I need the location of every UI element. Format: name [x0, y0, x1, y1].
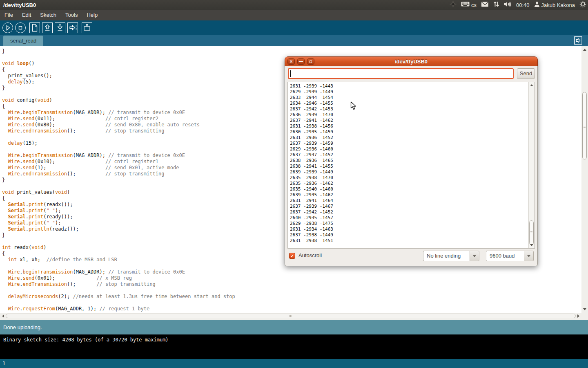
- serial-output[interactable]: 2631 -2939 -14432629 -2939 -14492633 -29…: [287, 82, 535, 249]
- scroll-up-arrow[interactable]: [583, 49, 586, 51]
- volume-icon[interactable]: [504, 1, 512, 9]
- code-line: }: [2, 48, 581, 54]
- baud-rate-value: 9600 baud: [486, 251, 524, 261]
- serial-line: 2637 -2939 -1467: [290, 204, 527, 209]
- code-line: Wire.endTransmission(); // stop transmit…: [2, 281, 581, 287]
- open-button[interactable]: [42, 22, 53, 33]
- scroll-down-arrow[interactable]: [583, 308, 586, 310]
- tab-menu-button[interactable]: [574, 36, 583, 45]
- serial-vscroll-thumb[interactable]: [529, 220, 534, 245]
- serial-monitor-title: /dev/ttyUSB0: [285, 57, 537, 67]
- session-gear-icon[interactable]: [579, 1, 586, 9]
- code-line: Wire.beginTransmission(MAG_ADDR); // tra…: [2, 269, 581, 275]
- serial-input[interactable]: [288, 68, 514, 79]
- code-line: Wire.send(0x01); // x MSB reg: [2, 275, 581, 281]
- top-panel: /dev/ttyUSB0 cs 00:40 Jakub Kakona: [0, 0, 588, 10]
- scroll-up-arrow[interactable]: [530, 84, 533, 86]
- serial-monitor-body: Send 2631 -2939 -14432629 -2939 -1449263…: [285, 66, 538, 266]
- network-arrows-icon[interactable]: [493, 1, 499, 9]
- dropdown-arrow-button[interactable]: [524, 251, 534, 261]
- menu-sketch[interactable]: Sketch: [36, 10, 61, 20]
- autoscroll-checkbox[interactable]: ✓: [289, 253, 295, 259]
- serial-line: 2631 -2934 -1463: [290, 227, 527, 232]
- text-caret: [290, 70, 291, 77]
- serial-line: 2639 -2939 -1449: [290, 169, 527, 175]
- desktop: /dev/ttyUSB0 cs 00:40 Jakub Kakona FileE…: [0, 0, 588, 368]
- serial-line: 2631 -2936 -1452: [290, 135, 527, 141]
- serial-monitor-titlebar[interactable]: ✕ ― /dev/ttyUSB0: [285, 56, 538, 66]
- code-line: delayMicroseconds(2); //needs at least 1…: [2, 294, 581, 300]
- save-button[interactable]: [55, 22, 65, 33]
- editor-hscroll-thumb[interactable]: [6, 314, 576, 318]
- user-name-label: Jakub Kakona: [541, 2, 575, 8]
- mail-icon[interactable]: [481, 1, 489, 9]
- menu-file[interactable]: File: [0, 10, 18, 20]
- verify-icon: [3, 23, 13, 33]
- serial-line: 2631 -2939 -1443: [290, 83, 527, 89]
- keyboard-layout-indicator[interactable]: cs: [461, 1, 477, 9]
- verify-button[interactable]: [2, 22, 13, 33]
- serial-line: 2634 -2946 -1455: [290, 101, 527, 106]
- serial-line: 2633 -2944 -1454: [290, 95, 527, 101]
- serial-monitor-icon: [82, 23, 92, 33]
- serial-line: 2629 -2938 -1475: [290, 221, 527, 227]
- serial-line: 2635 -2936 -1462: [290, 181, 527, 186]
- open-icon: [42, 23, 52, 33]
- send-button[interactable]: Send: [517, 68, 535, 79]
- serial-line: 2637 -2942 -1453: [290, 106, 527, 112]
- stop-icon: [16, 23, 25, 33]
- menu-help[interactable]: Help: [82, 10, 102, 20]
- line-ending-dropdown[interactable]: No line ending: [423, 251, 479, 261]
- scroll-down-arrow[interactable]: [530, 244, 533, 246]
- menu-edit[interactable]: Edit: [18, 10, 36, 20]
- serial-line: 2629 -2939 -1449: [290, 89, 527, 95]
- user-icon: [534, 1, 540, 9]
- chevron-down-icon: [527, 255, 530, 257]
- system-tray: cs 00:40 Jakub Kakona: [450, 0, 586, 10]
- menu-tools[interactable]: Tools: [61, 10, 82, 20]
- serial-monitor-button[interactable]: [82, 22, 92, 33]
- editor-horizontal-scrollbar[interactable]: [0, 313, 581, 320]
- baud-rate-dropdown[interactable]: 9600 baud: [486, 251, 534, 261]
- tabbar: serial_read: [0, 35, 588, 46]
- upload-button[interactable]: [67, 22, 78, 33]
- serial-line: 2637 -2941 -1462: [290, 118, 527, 123]
- code-line: [2, 300, 581, 306]
- upload-icon: [68, 23, 78, 33]
- serial-line: 2636 -2939 -1470: [290, 112, 527, 118]
- autoscroll-label: Autoscroll: [298, 252, 322, 258]
- stop-button[interactable]: [15, 22, 26, 33]
- serial-line: 2638 -2941 -1455: [290, 164, 527, 169]
- serial-monitor-window: ✕ ― /dev/ttyUSB0 Send 2631 -2939 -144326…: [285, 56, 538, 266]
- dropdown-arrow-button[interactable]: [470, 251, 479, 261]
- line-number-indicator: 1: [0, 359, 588, 368]
- line-ending-value: No line ending: [423, 251, 470, 261]
- serial-line: 2631 -2941 -1464: [290, 198, 527, 204]
- keyboard-layout-label: cs: [471, 2, 477, 8]
- editor-vscroll-thumb[interactable]: [582, 92, 587, 159]
- serial-vertical-scrollbar[interactable]: [528, 82, 535, 248]
- scroll-right-arrow[interactable]: [577, 314, 579, 318]
- tab-serial-read[interactable]: serial_read: [3, 36, 43, 46]
- editor-vertical-scrollbar[interactable]: [581, 46, 588, 313]
- new-sketch-button[interactable]: [29, 22, 40, 33]
- chevron-down-icon: [473, 255, 476, 257]
- window-title: /dev/ttyUSB0: [0, 2, 36, 8]
- serial-line: 2631 -2938 -1456: [290, 123, 527, 129]
- serial-line: 2635 -2940 -1460: [290, 186, 527, 192]
- serial-line: 2637 -2942 -1452: [290, 209, 527, 215]
- scroll-left-arrow[interactable]: [2, 314, 4, 318]
- new-sketch-icon: [30, 23, 40, 33]
- serial-line: 2631 -2938 -1451: [290, 238, 527, 244]
- user-menu[interactable]: Jakub Kakona: [534, 1, 575, 9]
- serial-output-lines: 2631 -2939 -14432629 -2939 -14492633 -29…: [290, 83, 527, 248]
- serial-line: 2640 -2935 -1457: [290, 215, 527, 221]
- star-tray-icon[interactable]: [450, 1, 457, 9]
- serial-line: 2630 -2935 -1459: [290, 129, 527, 135]
- serial-line: 2635 -2938 -1470: [290, 175, 527, 181]
- menubar: FileEditSketchToolsHelp: [0, 10, 588, 20]
- keyboard-icon: [461, 1, 470, 9]
- serial-monitor-controls: ✓ Autoscroll No line ending 9600 baud: [285, 251, 537, 263]
- clock[interactable]: 00:40: [516, 2, 530, 8]
- toolbar: [0, 20, 588, 35]
